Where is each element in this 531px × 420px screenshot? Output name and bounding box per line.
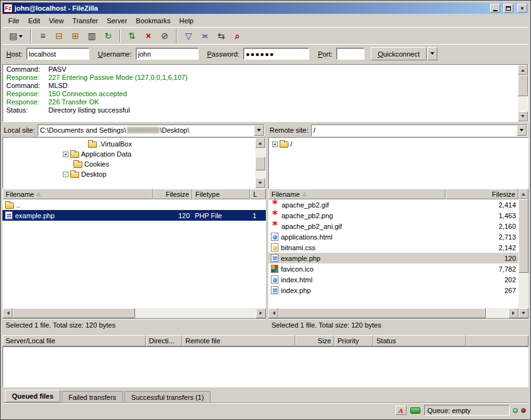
local-site-dropdown-button[interactable] <box>254 125 264 136</box>
toggle-remote-tree-button[interactable]: ⊞ <box>68 29 83 43</box>
file-row[interactable]: index.html202 <box>268 274 518 285</box>
menu-edit[interactable]: Edit <box>24 16 45 26</box>
scrollbar-track[interactable] <box>255 170 265 178</box>
column-header-last-modified[interactable]: L <box>250 189 266 199</box>
scrollbar-track[interactable] <box>135 308 256 318</box>
file-row-example-php[interactable]: example.php 120 PHP File 1 <box>3 210 266 221</box>
close-button[interactable]: × <box>517 4 527 13</box>
tree-item-cookies[interactable]: Cookies <box>3 159 255 169</box>
compare-button[interactable]: ≍ <box>197 29 212 43</box>
scrollbar-thumb[interactable] <box>518 75 528 96</box>
scroll-left-button[interactable] <box>268 308 278 318</box>
file-row[interactable]: index.php267 <box>268 285 518 296</box>
expander-expanded-icon[interactable]: - <box>63 172 68 177</box>
menu-help[interactable]: Help <box>175 16 198 26</box>
transfer-type-icon[interactable] <box>395 406 407 415</box>
scrollbar-thumb[interactable] <box>518 199 528 273</box>
tab-queued-files[interactable]: Queued files <box>5 390 60 402</box>
remote-list-hscrollbar[interactable] <box>268 308 518 318</box>
local-list-hscrollbar[interactable] <box>3 308 266 318</box>
file-row[interactable]: favicon.ico7,782 <box>268 263 518 274</box>
scrollbar-track[interactable] <box>486 308 508 318</box>
scrollbar-track[interactable] <box>518 273 528 308</box>
scroll-down-button[interactable] <box>255 178 265 188</box>
file-row[interactable]: applications.html2,713 <box>268 231 518 242</box>
local-site-combobox[interactable]: C:\Documents and Settings\\Desktop\ <box>38 124 265 136</box>
remote-site-dropdown-button[interactable] <box>517 125 527 136</box>
tree-item-virtualbox[interactable]: .VirtualBox <box>3 139 255 149</box>
titlebar[interactable]: Fz john@localhost - FileZilla × <box>3 3 528 14</box>
toggle-queue-button[interactable]: ▥ <box>84 29 99 43</box>
speed-limits-icon[interactable] <box>410 406 421 415</box>
tree-item-root[interactable]: +/ <box>269 139 528 149</box>
quickconnect-dropdown-button[interactable] <box>427 47 437 60</box>
scroll-down-button[interactable] <box>518 308 528 318</box>
file-row-parent-dir[interactable]: .. <box>3 199 266 210</box>
queue-column-status[interactable]: Status <box>373 335 466 346</box>
remote-list-vscrollbar[interactable] <box>518 189 528 318</box>
toggle-local-tree-button[interactable]: ⊟ <box>52 29 67 43</box>
file-row[interactable]: *apache_pb2.gif2,414 <box>268 199 518 210</box>
toggle-log-button[interactable]: ≡ <box>35 29 50 43</box>
column-header-filename[interactable]: Filename△ <box>3 189 153 199</box>
file-row[interactable]: bitnami.css2,142 <box>268 242 518 253</box>
password-input[interactable] <box>243 48 309 60</box>
log-scrollbar[interactable] <box>518 65 528 121</box>
remote-tree-icon: ⊞ <box>72 31 79 40</box>
find-button[interactable]: ⌕ <box>230 29 245 43</box>
quickconnect-button[interactable]: Quickconnect <box>371 47 427 60</box>
toolbar-separator <box>30 30 31 42</box>
expander-collapsed-icon[interactable]: + <box>63 152 68 157</box>
queue-splitter[interactable] <box>3 331 528 335</box>
disconnect-button[interactable]: ⊘ <box>157 29 172 43</box>
queue-column-priority[interactable]: Priority <box>334 335 373 346</box>
scroll-up-button[interactable] <box>255 138 265 148</box>
port-input[interactable] <box>336 48 364 60</box>
host-input[interactable] <box>26 48 89 60</box>
scroll-up-button[interactable] <box>518 65 528 75</box>
tree-item-application-data[interactable]: +Application Data <box>3 149 255 159</box>
window-title: john@localhost - FileZilla <box>14 4 488 12</box>
queue-column-server-local-file[interactable]: Server/Local file <box>3 335 146 346</box>
queue-column-remote-file[interactable]: Remote file <box>182 335 295 346</box>
scroll-right-button[interactable] <box>256 308 266 318</box>
queue-column-direction[interactable]: Directi... <box>146 335 182 346</box>
site-manager-button[interactable]: ▤ <box>5 29 26 43</box>
menu-file[interactable]: File <box>4 16 24 26</box>
maximize-button[interactable] <box>503 4 513 13</box>
scrollbar-thumb[interactable] <box>278 308 486 318</box>
username-input[interactable] <box>136 48 199 60</box>
minimize-button[interactable] <box>490 4 500 13</box>
scrollbar-track[interactable] <box>255 148 265 157</box>
tab-successful-transfers[interactable]: Successful transfers (1) <box>124 391 211 402</box>
menu-transfer[interactable]: Transfer <box>68 16 102 26</box>
menu-bookmarks[interactable]: Bookmarks <box>131 16 175 26</box>
column-header-filename[interactable]: Filename△ <box>268 189 446 199</box>
queue-column-size[interactable]: Size <box>295 335 334 346</box>
process-queue-button[interactable]: ⇅ <box>124 29 140 43</box>
scroll-down-button[interactable] <box>518 111 528 121</box>
file-row-example-php[interactable]: example.php120 <box>268 253 518 263</box>
file-row[interactable]: *apache_pb2.png1,463 <box>268 210 518 221</box>
scroll-left-button[interactable] <box>3 308 13 318</box>
column-header-filesize[interactable]: Filesize <box>153 189 192 199</box>
scroll-up-button[interactable] <box>518 189 528 199</box>
column-header-filesize[interactable]: Filesize <box>446 189 518 199</box>
queue-list[interactable] <box>3 346 528 387</box>
scrollbar-thumb[interactable] <box>13 308 135 318</box>
remote-site-combobox[interactable]: / <box>311 124 527 136</box>
local-tree-scrollbar[interactable] <box>255 138 265 188</box>
expander-collapsed-icon[interactable]: + <box>272 141 278 147</box>
sync-browsing-button[interactable]: ⇆ <box>214 29 229 43</box>
menu-view[interactable]: View <box>45 16 68 26</box>
tab-failed-transfers[interactable]: Failed transfers <box>62 391 123 402</box>
cancel-button[interactable]: × <box>141 29 156 43</box>
tree-item-desktop[interactable]: -Desktop <box>3 169 255 179</box>
menu-server[interactable]: Server <box>102 16 131 26</box>
file-row[interactable]: *apache_pb2_ani.gif2,160 <box>268 221 518 231</box>
column-header-filetype[interactable]: Filetype <box>192 189 250 199</box>
scroll-right-button[interactable] <box>508 308 518 318</box>
filter-button[interactable]: ▽ <box>181 29 196 43</box>
refresh-button[interactable]: ↻ <box>101 29 116 43</box>
scrollbar-thumb[interactable] <box>255 157 265 170</box>
